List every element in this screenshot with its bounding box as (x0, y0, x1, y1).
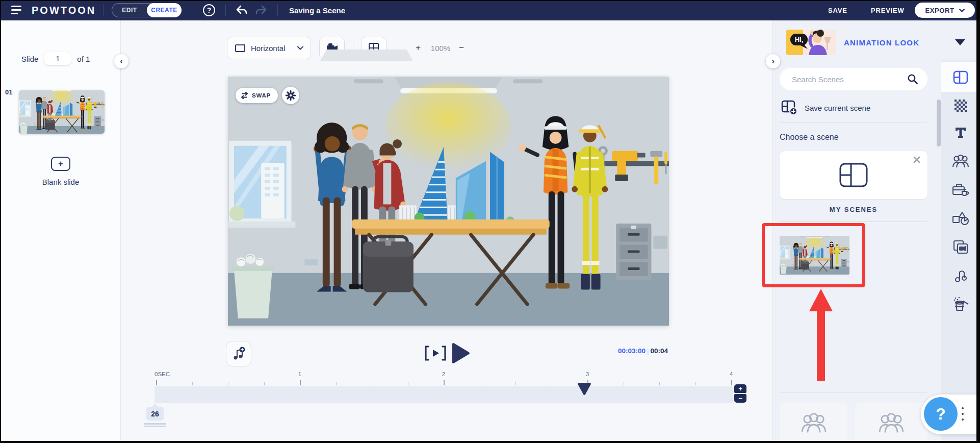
slide-index-label: 01 (5, 88, 12, 96)
rail-item-media[interactable] (941, 233, 980, 261)
preview-button[interactable]: PREVIEW (871, 7, 905, 14)
timeline-track[interactable] (154, 386, 733, 403)
search-input[interactable] (792, 68, 904, 90)
orientation-dropdown[interactable]: Horizontal (227, 37, 311, 59)
collapse-right-panel-button[interactable]: › (766, 54, 780, 68)
save-scene-icon (781, 100, 797, 115)
slide-counter: Slide of 1 (21, 52, 90, 65)
ruler-label: 1 (298, 371, 301, 377)
specials-icon (952, 297, 969, 312)
ruler-tick (156, 380, 157, 385)
elapsed-time: 00:03:00 (618, 347, 646, 355)
divider (780, 392, 927, 392)
redo-icon[interactable] (255, 5, 267, 18)
save-button[interactable]: SAVE (828, 7, 847, 14)
play-button[interactable] (452, 342, 470, 366)
add-blank-slide-button[interactable]: + (51, 157, 70, 171)
slide-number-input[interactable] (43, 52, 72, 65)
play-from-here-button[interactable] (424, 345, 447, 363)
divider (193, 5, 193, 16)
offstage-lamp-ghost (320, 50, 413, 61)
edit-mode-button[interactable]: EDIT (112, 7, 147, 14)
help-button[interactable]: ? (924, 397, 958, 431)
greeting-text: Hi, (795, 36, 804, 43)
choose-scene-heading: Choose a scene (780, 133, 839, 142)
ruler-label: 2 (442, 371, 445, 377)
duration-grip-line (144, 426, 166, 427)
rail-item-characters[interactable] (941, 147, 980, 175)
more-options-icon[interactable] (962, 407, 964, 424)
undo-icon[interactable] (236, 5, 248, 18)
duration-grip-line (144, 423, 166, 425)
swap-label: SWAP (252, 92, 271, 99)
add-music-button[interactable] (226, 341, 251, 366)
powtoon-editor: POWTOON EDIT CREATE ? Saving a Scene SAV… (0, 0, 980, 443)
animation-look-preview-image[interactable]: Hi, (786, 30, 836, 55)
panel-title[interactable]: ANIMATION LOOK (844, 38, 919, 47)
rail-item-shapes[interactable] (941, 205, 980, 232)
scene-placeholder-tile[interactable] (780, 403, 847, 443)
slides-panel: Slide of 1 01 + Blank slide (0, 20, 121, 443)
rail-item-props[interactable] (941, 176, 980, 204)
timeline-zoom-out-button[interactable]: − (734, 394, 746, 403)
gear-icon (285, 90, 296, 101)
scene-placeholder-tile[interactable] (855, 403, 927, 443)
ruler-tick (731, 380, 732, 385)
slide-duration-badge[interactable]: 26 (146, 407, 164, 421)
edit-create-toggle[interactable]: EDIT CREATE (112, 3, 182, 17)
shapes-icon (952, 211, 969, 226)
search-icon[interactable] (907, 73, 918, 87)
divider (862, 5, 862, 16)
zoom-in-button[interactable]: + (416, 43, 421, 53)
slide-label: Slide (21, 55, 38, 63)
ruler-tick (300, 380, 301, 385)
save-current-scene-button[interactable]: Save current scene (781, 100, 870, 115)
props-icon (952, 183, 969, 197)
rail-item-specials[interactable] (941, 290, 980, 318)
help-icon[interactable]: ? (203, 4, 215, 16)
export-button[interactable]: EXPORT (915, 3, 975, 18)
powtoon-logo: POWTOON (32, 5, 96, 16)
divider (103, 5, 104, 16)
panel-scrollbar[interactable] (937, 100, 941, 146)
scenes-icon (953, 70, 968, 84)
zoom-out-button[interactable]: − (459, 43, 464, 53)
play-icon (452, 342, 470, 364)
divider (277, 5, 278, 16)
rail-item-text[interactable] (941, 119, 980, 146)
sound-icon (953, 268, 968, 283)
timeline-zoom-in-button[interactable]: + (734, 384, 746, 393)
rail-item-sound[interactable] (941, 262, 980, 289)
chevron-down-icon (959, 9, 965, 12)
playhead[interactable] (577, 382, 591, 398)
zoom-level: 100% (426, 44, 455, 53)
ruler-tick (444, 380, 445, 385)
close-icon[interactable] (913, 156, 920, 165)
slide-thumbnail[interactable] (19, 90, 105, 134)
blank-slide-label: Blank slide (20, 178, 101, 186)
my-scene-thumbnail[interactable] (780, 236, 849, 275)
background-icon (954, 99, 967, 112)
ruler-label: 3 (586, 371, 589, 377)
asset-rail (941, 60, 980, 443)
characters-icon (952, 155, 969, 168)
divider (225, 5, 226, 16)
create-mode-button[interactable]: CREATE (147, 3, 182, 17)
slide-count-label: of 1 (77, 55, 90, 63)
scene-settings-button[interactable] (282, 87, 299, 104)
panel-dropdown-triangle-icon[interactable] (955, 39, 966, 48)
scene-layout-card[interactable] (780, 151, 927, 199)
stage-canvas[interactable] (228, 77, 669, 326)
time-display: 00:03:00|00:04 (581, 347, 668, 355)
rail-item-backgrounds[interactable] (941, 92, 980, 119)
collapse-left-panel-button[interactable]: ‹ (114, 54, 128, 68)
hamburger-menu-icon[interactable] (11, 6, 22, 15)
rail-item-scenes[interactable] (941, 62, 980, 92)
ruler-label: 4 (730, 371, 733, 377)
total-time: 00:04 (650, 347, 668, 355)
bracket-play-icon (424, 345, 447, 361)
divider (780, 122, 927, 123)
my-scenes-icon (839, 162, 868, 188)
swap-button[interactable]: SWAP (236, 88, 278, 103)
divider (772, 60, 980, 60)
